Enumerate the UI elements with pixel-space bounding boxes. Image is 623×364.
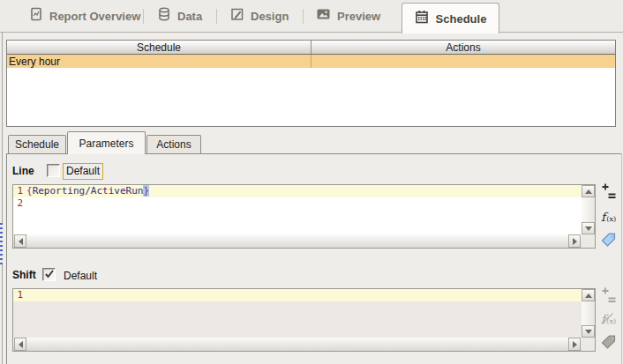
- up-arrow-icon: [585, 293, 592, 298]
- report-overview-icon: [29, 7, 43, 25]
- subtab-parameters[interactable]: Parameters: [67, 131, 146, 154]
- scroll-up-button[interactable]: [582, 185, 595, 197]
- column-header-actions: Actions: [312, 41, 615, 54]
- code-text: {Reporting/ActiveRun}: [23, 185, 149, 197]
- line-expression-editor[interactable]: 1 {Reporting/ActiveRun} 2: [12, 184, 596, 249]
- tab-label: Design: [251, 10, 289, 23]
- tag-button[interactable]: [600, 231, 618, 249]
- tab-preview[interactable]: Preview: [316, 0, 380, 32]
- up-arrow-icon: [585, 189, 592, 194]
- tab-label: Preview: [337, 10, 380, 23]
- function-button[interactable]: f(x): [600, 208, 618, 226]
- preview-icon: [316, 7, 331, 25]
- tab-separator: [303, 9, 304, 24]
- shift-default-checkbox[interactable]: [42, 268, 56, 281]
- schedule-table[interactable]: Schedule Actions Every hour: [6, 40, 616, 127]
- line-default-checkbox[interactable]: [47, 164, 60, 177]
- shift-label: Shift: [12, 269, 36, 281]
- scroll-up-button[interactable]: [582, 289, 595, 301]
- subtab-panel-border-left: [6, 153, 7, 364]
- tab-label: Schedule: [436, 12, 487, 26]
- tab-report-overview[interactable]: Report Overview: [29, 0, 140, 32]
- left-arrow-icon: [19, 341, 23, 348]
- line-number: 1: [13, 289, 23, 301]
- subtab-label: Actions: [156, 138, 191, 151]
- svg-text:(x): (x): [606, 316, 616, 325]
- right-arrow-icon: [573, 341, 577, 348]
- scroll-left-button[interactable]: [14, 234, 26, 248]
- shift-expression-editor: 1: [12, 288, 596, 352]
- subtab-panel-border-right: [621, 153, 622, 364]
- line-label: Line: [12, 165, 34, 177]
- line-default-label-wrap: Default: [63, 162, 103, 178]
- horizontal-scrollbar[interactable]: [13, 338, 582, 351]
- down-arrow-icon: [585, 227, 592, 231]
- scrollbar-corner: [582, 234, 595, 248]
- down-arrow-icon: [585, 330, 592, 334]
- function-icon: f(x): [600, 310, 618, 328]
- tab-separator: [216, 9, 217, 24]
- tag-icon: [600, 231, 618, 249]
- scroll-down-button[interactable]: [582, 325, 595, 338]
- line-number: 2: [13, 197, 23, 210]
- line-editor-code-line-2[interactable]: 2: [13, 197, 582, 210]
- scroll-down-button[interactable]: [582, 222, 595, 234]
- splitter-handle[interactable]: [0, 223, 3, 264]
- column-header-schedule: Schedule: [7, 41, 312, 54]
- schedule-table-header: Schedule Actions: [7, 41, 615, 55]
- tab-design[interactable]: Design: [230, 0, 289, 32]
- left-panel-border: [2, 33, 3, 364]
- scroll-right-button[interactable]: [568, 338, 581, 351]
- svg-text:(x): (x): [606, 214, 616, 223]
- tab-schedule[interactable]: Schedule: [402, 3, 499, 33]
- active-subtab-connector: [68, 152, 145, 154]
- shift-default-label-wrap: Default: [60, 267, 101, 283]
- scroll-right-button[interactable]: [568, 234, 581, 248]
- tag-icon: [600, 333, 618, 351]
- actions-cell: [312, 55, 615, 68]
- plus-equals-icon: [601, 182, 617, 200]
- subtab-actions[interactable]: Actions: [146, 135, 201, 153]
- design-icon: [230, 7, 244, 25]
- table-row-selected[interactable]: Every hour: [7, 55, 615, 68]
- right-arrow-icon: [573, 238, 577, 245]
- scroll-left-button[interactable]: [14, 338, 26, 351]
- data-icon: [157, 7, 171, 25]
- subtab-schedule[interactable]: Schedule: [8, 135, 66, 153]
- left-arrow-icon: [19, 238, 23, 245]
- plus-equals-icon: [601, 286, 617, 304]
- tab-label: Data: [177, 10, 202, 23]
- function-button-disabled: f(x): [600, 310, 618, 328]
- check-icon: [44, 269, 55, 279]
- line-number: 1: [13, 185, 23, 197]
- tab-separator: [143, 9, 144, 24]
- shift-default-label[interactable]: Default: [60, 268, 101, 284]
- tag-button-disabled: [600, 333, 618, 351]
- subtab-label: Schedule: [15, 138, 59, 151]
- schedule-icon: [415, 10, 429, 27]
- line-default-label[interactable]: Default: [63, 163, 103, 180]
- horizontal-scrollbar[interactable]: [13, 234, 582, 248]
- report-schedule-window: Report Overview Data Design Preview Sche…: [0, 0, 623, 364]
- shift-editor-code-line-1: 1: [13, 289, 582, 301]
- tab-data[interactable]: Data: [157, 0, 202, 32]
- function-icon: f(x): [600, 208, 618, 226]
- scrollbar-corner: [582, 338, 595, 351]
- subtab-label: Parameters: [79, 137, 133, 150]
- schedule-cell: Every hour: [7, 55, 312, 68]
- add-parameter-button-disabled: [600, 286, 618, 304]
- add-parameter-button[interactable]: [600, 182, 618, 200]
- line-editor-code-line-1[interactable]: 1 {Reporting/ActiveRun}: [13, 185, 582, 197]
- tab-label: Report Overview: [49, 10, 140, 23]
